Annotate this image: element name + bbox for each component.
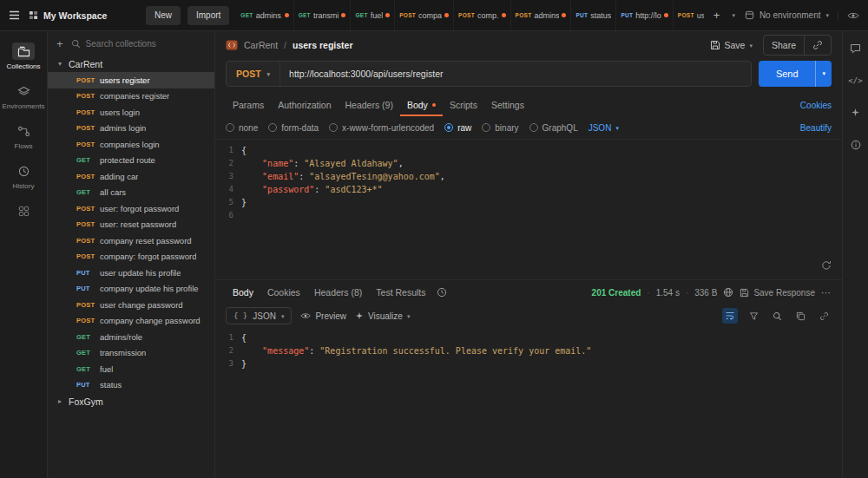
request-list-item[interactable]: GETprotected route [48, 153, 214, 169]
save-response-button[interactable]: Save Response [740, 288, 815, 298]
request-list-item[interactable]: PUTuser update his profile [48, 265, 214, 281]
save-button[interactable]: Save ▾ [710, 40, 753, 50]
sparkle-icon[interactable] [851, 108, 860, 117]
body-type-binary[interactable]: binary [482, 123, 518, 133]
body-type-form-data[interactable]: form-data [268, 123, 319, 133]
save-options-chevron-icon[interactable]: ▾ [749, 43, 753, 49]
body-type-label: raw [457, 123, 471, 133]
request-list-item[interactable]: GETfuel [48, 361, 214, 377]
visualize-button[interactable]: Visualize ▾ [355, 311, 410, 321]
request-list-item[interactable]: GETall cars [48, 185, 214, 201]
request-tab-headers-9[interactable]: Headers (9) [338, 94, 399, 116]
add-collection-button[interactable]: + [56, 38, 63, 49]
request-tab-body[interactable]: Body [400, 94, 443, 116]
rail-item-collections[interactable]: Collections [0, 38, 47, 75]
response-body-editor[interactable]: 1{2 "message": "Registration successful.… [215, 327, 842, 478]
rail-item-history[interactable]: History [0, 158, 47, 194]
request-list-item[interactable]: POSTuser change password [48, 297, 214, 313]
comments-icon[interactable] [850, 43, 861, 54]
share-button[interactable]: Share [764, 36, 804, 55]
request-tab-scripts[interactable]: Scripts [443, 94, 484, 116]
network-info-icon[interactable] [723, 287, 733, 298]
request-list-item[interactable]: POSTadding car [48, 168, 214, 185]
request-tab[interactable]: PUTstatus [571, 0, 616, 30]
request-tab[interactable]: GETtransmi [294, 0, 352, 30]
filter-icon[interactable] [746, 308, 761, 324]
request-body-editor[interactable]: 1{2 "name": "Alsayed Aldahawy",3 "email"… [215, 139, 842, 279]
cookies-link[interactable]: Cookies [800, 101, 832, 110]
info-icon[interactable] [851, 140, 861, 150]
request-tab-params[interactable]: Params [226, 94, 271, 116]
body-type-x-www-form-urlencoded[interactable]: x-www-form-urlencoded [329, 123, 434, 133]
response-tab-test-results[interactable]: Test Results [369, 280, 432, 304]
request-tab[interactable]: POSTusers l [674, 0, 704, 30]
request-tab[interactable]: POSTadmins [511, 0, 572, 30]
request-tab-authorization[interactable]: Authorization [271, 94, 338, 116]
refresh-icon[interactable] [821, 260, 832, 271]
collection-row[interactable]: ▾CarRent [48, 56, 214, 72]
body-language-selector[interactable]: JSON ▾ [589, 123, 619, 133]
import-button[interactable]: Import [187, 6, 229, 25]
wrap-text-icon[interactable] [722, 308, 738, 324]
request-list-item[interactable]: POSTadmins login [48, 121, 214, 137]
send-button[interactable]: Send ▾ [759, 61, 832, 87]
request-tab-settings[interactable]: Settings [484, 94, 531, 116]
environment-selector[interactable]: No environment ▾ [745, 10, 829, 20]
request-tab[interactable]: POSTcompa [395, 0, 454, 30]
rail-item-environments[interactable]: Environments [0, 78, 47, 115]
link-icon[interactable] [816, 308, 832, 324]
beautify-link[interactable]: Beautify [800, 123, 832, 133]
copy-icon[interactable] [792, 308, 808, 324]
search-input[interactable] [86, 39, 206, 49]
request-list-item[interactable]: POSTuser: reset password [48, 217, 214, 233]
request-list-item[interactable]: POSTusers login [48, 104, 214, 121]
copy-link-icon[interactable] [804, 36, 831, 55]
request-tab[interactable]: PUThttp://lo [616, 0, 673, 30]
request-tab[interactable]: GETfuel [351, 0, 395, 30]
request-list-item[interactable]: POSTusers register [48, 72, 214, 88]
request-list-item[interactable]: GETadmins/role [48, 329, 214, 345]
rail-item-more[interactable] [0, 198, 47, 224]
workspace-switcher[interactable]: My Workspace [29, 10, 107, 21]
request-method-label: POST [76, 76, 100, 84]
code-snippet-icon[interactable]: </> [848, 76, 862, 85]
open-new-tab-button[interactable]: + [711, 9, 723, 22]
response-tab-cookies[interactable]: Cookies [260, 280, 307, 304]
send-options-chevron-icon[interactable]: ▾ [815, 61, 832, 87]
response-history-icon[interactable] [437, 287, 447, 298]
request-list-item[interactable]: PUTstatus [48, 377, 214, 394]
response-tab-body[interactable]: Body [226, 280, 260, 304]
breadcrumb-collection[interactable]: CarRent [244, 40, 278, 50]
new-button[interactable]: New [146, 6, 181, 25]
url-input[interactable] [280, 62, 751, 86]
response-tab-headers-8[interactable]: Headers (8) [307, 280, 369, 304]
body-type-none[interactable]: none [226, 123, 258, 133]
more-actions-icon[interactable]: ⋯ [821, 287, 832, 298]
search-icon[interactable] [769, 308, 785, 324]
method-selector[interactable]: POST ▾ [227, 62, 280, 86]
line-number: 4 [215, 183, 241, 196]
body-type-graphql[interactable]: GraphQL [529, 123, 578, 133]
request-tab[interactable]: GETadmins. [236, 0, 293, 30]
preview-button[interactable]: Preview [300, 311, 346, 321]
hamburger-menu-icon[interactable] [9, 10, 20, 20]
request-list-item[interactable]: POSTcompany: forgot password [48, 249, 214, 265]
request-list-item[interactable]: POSTcompany change password [48, 313, 214, 330]
collection-row[interactable]: ▸FoxGym [48, 393, 214, 409]
response-format-selector[interactable]: { } JSON ▾ [226, 307, 292, 324]
request-list-item[interactable]: PUTcompany update his profile [48, 281, 214, 298]
request-list-item[interactable]: POSTuser: forgot password [48, 200, 214, 217]
line-number: 1 [215, 144, 241, 157]
environment-quick-look-icon[interactable] [838, 11, 859, 20]
request-tab[interactable]: POSTcomp. [454, 0, 510, 30]
body-type-raw[interactable]: raw [444, 123, 471, 133]
body-type-options: noneform-datax-www-form-urlencodedrawbin… [226, 123, 578, 133]
request-list-item[interactable]: POSTcompany reset password [48, 232, 214, 249]
rail-item-flows[interactable]: Flows [0, 118, 47, 154]
tab-options-chevron-icon[interactable]: ▾ [729, 12, 738, 18]
response-size[interactable]: 336 B [694, 288, 717, 298]
request-list-item[interactable]: POSTcompanies register [48, 88, 214, 105]
request-list-item[interactable]: GETtransmission [48, 345, 214, 362]
response-time[interactable]: 1.54 s [656, 288, 680, 298]
request-list-item[interactable]: POSTcompanies login [48, 136, 214, 153]
